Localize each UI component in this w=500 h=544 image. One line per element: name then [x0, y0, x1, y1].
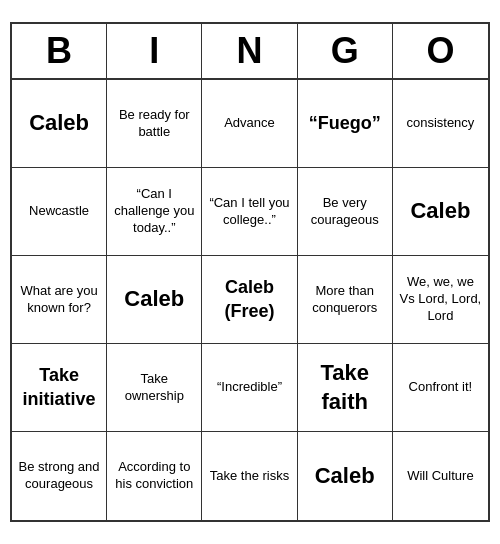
- bingo-cell: Caleb: [393, 168, 488, 256]
- bingo-cell: “Can I challenge you today..”: [107, 168, 202, 256]
- bingo-cell: Be ready for battle: [107, 80, 202, 168]
- header-letter: B: [12, 24, 107, 78]
- bingo-cell: We, we, we Vs Lord, Lord, Lord: [393, 256, 488, 344]
- bingo-cell: “Fuego”: [298, 80, 393, 168]
- bingo-cell: “Incredible”: [202, 344, 297, 432]
- header-letter: I: [107, 24, 202, 78]
- bingo-cell: “Can I tell you college..”: [202, 168, 297, 256]
- bingo-cell: Caleb: [12, 80, 107, 168]
- bingo-cell: Take the risks: [202, 432, 297, 520]
- header-letter: O: [393, 24, 488, 78]
- bingo-cell: According to his conviction: [107, 432, 202, 520]
- bingo-cell: Be very courageous: [298, 168, 393, 256]
- bingo-cell: What are you known for?: [12, 256, 107, 344]
- bingo-cell: More than conquerors: [298, 256, 393, 344]
- header-letter: N: [202, 24, 297, 78]
- bingo-cell: Take faith: [298, 344, 393, 432]
- bingo-cell: Caleb: [298, 432, 393, 520]
- bingo-header: BINGO: [12, 24, 488, 80]
- header-letter: G: [298, 24, 393, 78]
- bingo-cell: Caleb: [107, 256, 202, 344]
- bingo-cell: consistency: [393, 80, 488, 168]
- bingo-cell: Newcastle: [12, 168, 107, 256]
- bingo-cell: Caleb (Free): [202, 256, 297, 344]
- bingo-cell: Take ownership: [107, 344, 202, 432]
- bingo-card: BINGO CalebBe ready for battleAdvance“Fu…: [10, 22, 490, 522]
- bingo-grid: CalebBe ready for battleAdvance“Fuego”co…: [12, 80, 488, 520]
- bingo-cell: Take initiative: [12, 344, 107, 432]
- bingo-cell: Be strong and courageous: [12, 432, 107, 520]
- bingo-cell: Will Culture: [393, 432, 488, 520]
- bingo-cell: Confront it!: [393, 344, 488, 432]
- bingo-cell: Advance: [202, 80, 297, 168]
